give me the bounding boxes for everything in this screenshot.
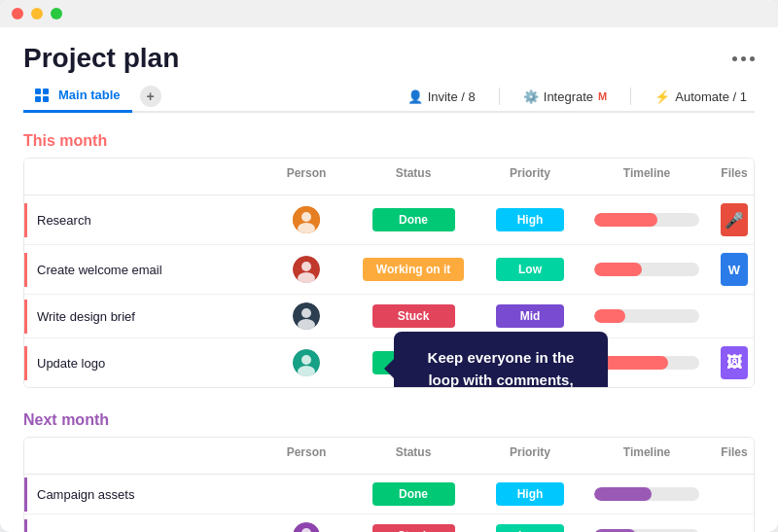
- column-headers: Person Status Priority Timeline Files +: [24, 159, 754, 195]
- cell-status[interactable]: Done: [355, 200, 472, 239]
- svg-rect-3: [43, 96, 49, 102]
- col-name: [24, 438, 258, 474]
- cell-priority[interactable]: High: [472, 343, 588, 382]
- action-divider: [499, 88, 500, 105]
- cell-priority[interactable]: Low: [472, 250, 588, 289]
- priority-badge: Low: [496, 258, 564, 281]
- main-table-tab[interactable]: Main table: [23, 82, 132, 113]
- cell-status[interactable]: Stuck: [355, 297, 472, 336]
- timeline-bar-wrap: [594, 263, 699, 276]
- cell-person: [258, 248, 355, 291]
- table-row: Research Done High: [24, 195, 754, 245]
- col-files: Files: [705, 438, 755, 474]
- cell-timeline: [588, 301, 705, 331]
- cell-person: Keep everyone in the loop with comments,…: [258, 341, 355, 384]
- cell-file: [705, 486, 755, 502]
- timeline-bar-wrap: [594, 213, 699, 227]
- automate-icon: ⚡: [654, 89, 670, 104]
- page-title: Project plan: [23, 43, 179, 74]
- maximize-button[interactable]: [51, 8, 62, 19]
- cell-file: W: [705, 245, 755, 294]
- col-priority: Priority: [472, 159, 588, 195]
- col-person: Person: [258, 159, 355, 195]
- automate-button[interactable]: ⚡ Automate / 1: [647, 86, 755, 108]
- cell-priority[interactable]: High: [472, 200, 588, 239]
- timeline-bar: [594, 213, 657, 227]
- svg-rect-0: [35, 89, 41, 94]
- gmail-icon: M: [598, 90, 607, 102]
- table-row: Photoshoot Stuck Low: [24, 514, 754, 532]
- cell-timeline: [588, 521, 705, 532]
- table-row: Write design brief Stuck Mid: [24, 295, 754, 338]
- cell-priority[interactable]: Low: [472, 516, 588, 532]
- integrate-icon: ⚙️: [523, 89, 539, 104]
- cell-status[interactable]: Stuck: [355, 516, 472, 532]
- row-name-design: Write design brief: [24, 300, 258, 334]
- svg-rect-2: [35, 96, 41, 102]
- file-icon: 🖼: [721, 346, 748, 379]
- title-bar: [0, 0, 778, 27]
- svg-point-8: [301, 262, 311, 271]
- row-name-logo: Update logo: [24, 346, 258, 380]
- status-badge: Done: [372, 208, 455, 231]
- avatar: [293, 206, 320, 233]
- svg-rect-1: [43, 89, 49, 94]
- this-month-title: This month: [23, 121, 755, 158]
- cell-person: [258, 514, 355, 532]
- cell-status[interactable]: Done: [355, 475, 472, 514]
- table-row: Campaign assets Done High: [24, 475, 754, 514]
- main-content: Project plan: [0, 27, 778, 532]
- timeline-bar-wrap: [594, 356, 699, 370]
- file-icon: W: [721, 253, 748, 286]
- next-month-section: Next month Person Status Priority Timeli…: [23, 400, 755, 532]
- invite-button[interactable]: 👤 Invite / 8: [400, 86, 483, 108]
- table-row: Update logo Keep everyone in the loop wi…: [24, 338, 754, 387]
- timeline-bar-wrap: [594, 309, 699, 323]
- svg-point-14: [301, 355, 311, 365]
- top-actions: 👤 Invite / 8 ⚙️ Integrate M ⚡ Automate /…: [400, 86, 755, 108]
- priority-badge: High: [496, 208, 564, 231]
- col-name: [24, 159, 258, 195]
- table-icon: [35, 89, 49, 102]
- status-badge: Done: [372, 351, 455, 374]
- col-timeline: Timeline: [588, 159, 705, 195]
- cell-priority[interactable]: High: [472, 475, 588, 514]
- cell-person: [258, 486, 355, 502]
- row-name-email: Create welcome email: [24, 253, 258, 287]
- timeline-bar: [594, 356, 668, 370]
- cell-file: [705, 528, 755, 532]
- person-icon: 👤: [407, 89, 423, 104]
- cell-status[interactable]: Working on it: [355, 250, 472, 289]
- cell-priority[interactable]: Mid: [472, 297, 588, 336]
- col-status: Status: [355, 438, 472, 474]
- timeline-bar: [594, 487, 652, 501]
- file-icon: 🎤: [721, 203, 748, 236]
- priority-badge: High: [496, 482, 564, 506]
- avatar: [293, 522, 320, 532]
- col-person: Person: [258, 438, 355, 474]
- next-month-title: Next month: [23, 400, 755, 437]
- next-month-table: Person Status Priority Timeline Files + …: [23, 437, 755, 532]
- more-menu-button[interactable]: [732, 56, 755, 61]
- cell-timeline: [588, 205, 705, 234]
- action-divider2: [630, 88, 631, 105]
- svg-point-11: [301, 308, 311, 318]
- priority-badge: Mid: [496, 304, 564, 328]
- row-name-campaign: Campaign assets: [24, 478, 258, 512]
- add-tab-button[interactable]: +: [140, 86, 161, 107]
- this-month-table: Person Status Priority Timeline Files + …: [23, 158, 755, 388]
- avatar: [293, 349, 320, 376]
- priority-badge: High: [496, 351, 564, 374]
- cell-status[interactable]: Done: [355, 343, 472, 382]
- avatar: [293, 302, 320, 330]
- cell-timeline: [588, 479, 705, 509]
- col-priority: Priority: [472, 438, 588, 474]
- status-badge: Stuck: [372, 304, 455, 328]
- timeline-bar-wrap: [594, 487, 699, 501]
- integrate-button[interactable]: ⚙️ Integrate M: [515, 86, 616, 108]
- cell-person: [258, 198, 355, 241]
- cell-file: 🎤: [705, 195, 755, 244]
- close-button[interactable]: [12, 8, 23, 19]
- this-month-section: This month Person Status Priority Timeli…: [23, 121, 755, 388]
- minimize-button[interactable]: [31, 8, 43, 19]
